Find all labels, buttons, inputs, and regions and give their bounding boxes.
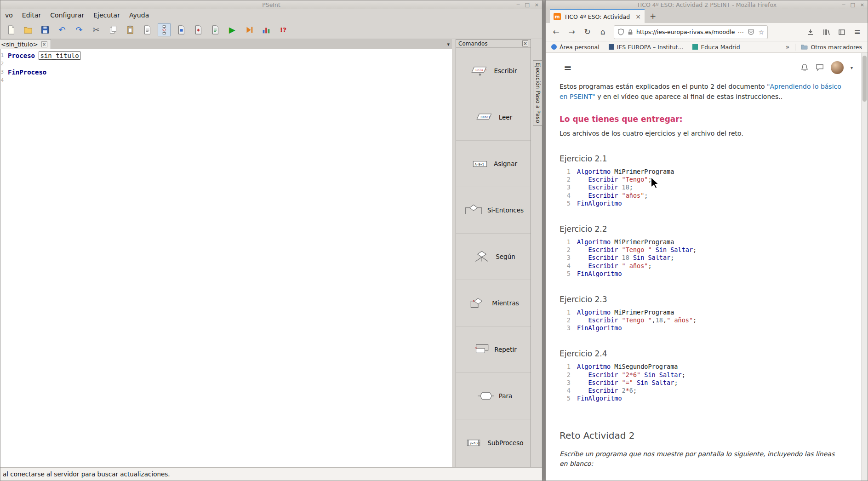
bookmark-ies-europa[interactable]: IES EUROPA – Institut... <box>609 44 684 51</box>
exercise-section: Ejercicio 2.31Algoritmo MiPrimerPrograma… <box>560 294 861 332</box>
cut-icon[interactable]: ✂ <box>90 23 103 36</box>
code-seg <box>629 254 633 261</box>
line-number: 2 <box>560 371 571 379</box>
undo-icon[interactable]: ↶ <box>56 23 69 36</box>
leer-icon: Dato1 <box>474 110 496 124</box>
browser-tab-active[interactable]: m TICO 4º ESO: Actividad 2 P × <box>550 9 645 23</box>
pocket-icon[interactable] <box>748 29 754 36</box>
forward-icon[interactable]: → <box>565 25 579 39</box>
code-seg: ; <box>670 254 674 261</box>
code-seg: ; <box>644 192 648 199</box>
code-line: 4 Escribir "años"; <box>560 192 861 200</box>
other-bookmarks-button[interactable]: Otros marcadores <box>801 44 862 51</box>
tab-close-icon[interactable]: × <box>635 13 641 20</box>
code-seg: Escribir <box>588 254 618 261</box>
menu-vo[interactable]: vo <box>0 11 17 20</box>
comandos-close-icon[interactable]: × <box>522 40 528 46</box>
firefox-titlebar[interactable]: TICO 4º ESO: Actividad 2 PSEINT - Mozill… <box>546 0 868 9</box>
tab-close-icon[interactable]: × <box>41 41 47 47</box>
svg-text:Dato1: Dato1 <box>480 115 490 119</box>
run-icon[interactable]: ▶ <box>226 23 239 36</box>
page-scrollbar[interactable] <box>861 53 868 481</box>
comando-subproceso[interactable]: y←f(x)SubProceso <box>456 419 531 466</box>
sidebars-icon[interactable] <box>834 25 849 39</box>
tab-sin-titulo[interactable]: <sin_titulo> × <box>0 39 51 49</box>
bookmark-label: Educa Madrid <box>701 44 740 51</box>
downloads-icon[interactable] <box>803 25 817 39</box>
url-text[interactable]: https://ies-europa-rivas.es/moodle <box>636 29 735 35</box>
square-navy-favicon-icon <box>609 44 614 50</box>
code-seg <box>577 176 588 183</box>
menu-configurar[interactable]: Configurar <box>46 11 89 20</box>
code-line: 2 Escribir "Tengo " Sin Saltar; <box>560 246 861 254</box>
help-icon[interactable]: !? <box>277 23 290 36</box>
save-file-icon[interactable] <box>39 23 51 36</box>
comando-label: SubProceso <box>487 439 523 447</box>
lock-icon[interactable] <box>627 29 634 35</box>
scrollbar-thumb[interactable] <box>862 56 867 102</box>
menu-ejecutar[interactable]: Ejecutar <box>89 11 125 20</box>
url-bar[interactable]: https://ies-europa-rivas.es/moodle ⋯☆ <box>614 25 768 39</box>
maximize-button[interactable]: □ <box>850 2 855 7</box>
home-icon[interactable]: ⌂ <box>596 25 610 39</box>
back-icon[interactable]: ← <box>549 25 563 39</box>
maximize-button[interactable]: □ <box>525 2 529 7</box>
notifications-bell-icon[interactable] <box>800 63 809 72</box>
redo-icon[interactable]: ↷ <box>73 23 86 36</box>
code-seg: Escribir <box>588 192 618 199</box>
pseint-titlebar[interactable]: PSeInt ─□× <box>0 0 542 9</box>
repetir-icon <box>470 343 491 356</box>
comando-si-entonces[interactable]: Si-Entonces <box>456 187 531 234</box>
bookmark-area-personal[interactable]: Área personal <box>551 44 600 51</box>
bookmarks-overflow-icon[interactable]: » <box>786 43 790 51</box>
comando-para[interactable]: Para <box>456 373 531 419</box>
run-step-icon[interactable] <box>243 23 256 36</box>
tab-list-dropdown-icon[interactable]: ▾ <box>447 41 450 47</box>
bookmark-star-icon[interactable]: ☆ <box>758 29 764 36</box>
line-number: 1 <box>560 363 571 371</box>
pseudocode-editor[interactable]: 1Proceso sin_titulo23FinProceso4 <box>0 49 452 467</box>
draw-flowchart-icon[interactable] <box>192 23 205 36</box>
code-seg: 18 <box>622 254 629 261</box>
user-avatar[interactable] <box>831 61 844 74</box>
comando-mientras[interactable]: Mientras <box>456 280 531 326</box>
copy-icon[interactable] <box>107 23 120 36</box>
intro-text: y en el vídeo que aparece al final de es… <box>595 93 782 100</box>
open-file-icon[interactable] <box>22 23 34 36</box>
menu-editar[interactable]: Editar <box>17 11 46 20</box>
comando-leer[interactable]: Dato1Leer <box>456 94 531 141</box>
new-file-icon[interactable] <box>5 23 17 36</box>
messages-chat-icon[interactable] <box>816 63 824 72</box>
bookmark-educa-madrid[interactable]: Educa Madrid <box>692 44 740 51</box>
minimize-button[interactable]: ─ <box>517 2 520 7</box>
close-button[interactable]: × <box>535 2 539 7</box>
menu-icon[interactable]: ≡ <box>850 25 864 39</box>
new-tab-button[interactable]: + <box>650 11 656 21</box>
comando-segun[interactable]: Según <box>456 234 531 280</box>
code-text: FinProceso <box>8 68 46 76</box>
export-image-icon[interactable] <box>175 23 188 36</box>
home-icon-glyph: ⌂ <box>600 28 605 36</box>
close-button[interactable]: × <box>860 2 864 7</box>
tracking-shield-icon[interactable] <box>617 29 624 35</box>
page-actions-icon[interactable]: ⋯ <box>737 29 744 36</box>
untitled-process-name-field[interactable]: sin_titulo <box>39 52 80 60</box>
comando-asignar[interactable]: A←B+1Asignar <box>456 141 531 187</box>
code-line: 4 Escribir 2*6; <box>560 387 861 395</box>
line-number: 4 <box>560 192 571 200</box>
reload-icon[interactable]: ↻ <box>580 25 594 39</box>
comando-escribir[interactable]: Hola !Escribir <box>456 48 531 94</box>
syntax-doc-icon[interactable] <box>141 23 154 36</box>
execution-step-tab[interactable]: Ejecución Paso a Paso <box>533 60 542 126</box>
menu-ayuda[interactable]: Ayuda <box>125 11 154 20</box>
flowchart-view-icon[interactable] <box>158 23 171 36</box>
minimize-button[interactable]: ─ <box>842 2 845 7</box>
report-icon[interactable] <box>209 23 222 36</box>
profile-icon[interactable] <box>260 23 273 36</box>
comando-repetir[interactable]: Repetir <box>456 326 531 373</box>
library-icon[interactable] <box>819 25 833 39</box>
moodle-menu-button[interactable]: ≡ <box>560 60 576 75</box>
paste-icon[interactable] <box>124 23 137 36</box>
user-menu-caret-icon[interactable]: ▾ <box>851 65 853 70</box>
code-seg: MiPrimerPrograma <box>614 168 674 175</box>
